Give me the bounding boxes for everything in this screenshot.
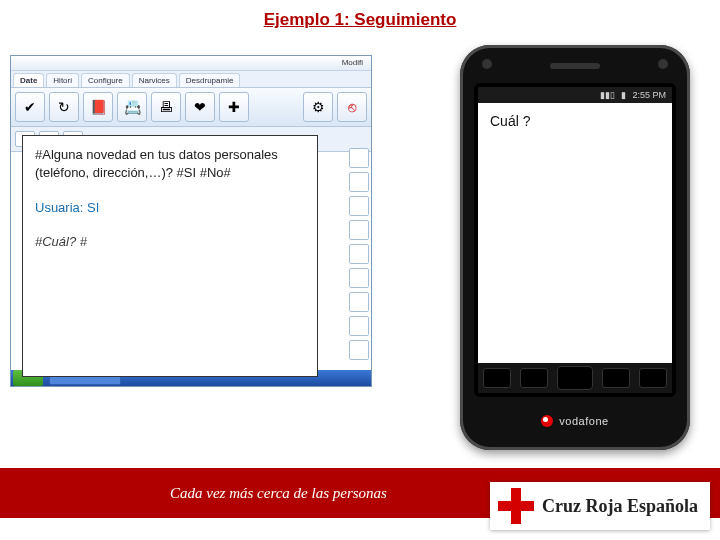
dialog-followup: #Cuál? # xyxy=(35,233,305,251)
carrier-label: vodafone xyxy=(559,415,608,427)
app-menubar: Modifi xyxy=(11,56,371,71)
search-button[interactable] xyxy=(602,368,630,388)
menu-button[interactable] xyxy=(520,368,548,388)
app-tabs: Date Hitori Configure Narvices Desdrupam… xyxy=(11,71,371,88)
app-header-label: Modifi xyxy=(342,58,363,67)
book-icon[interactable]: 📕 xyxy=(83,92,113,122)
dialog-user-response: Usuaria: SI xyxy=(35,199,305,217)
status-time: 2:55 PM xyxy=(632,90,666,100)
print-icon[interactable]: 🖶 xyxy=(151,92,181,122)
side-button[interactable] xyxy=(349,340,369,360)
red-cross-icon xyxy=(498,488,534,524)
battery-icon: ▮ xyxy=(621,90,626,100)
side-button[interactable] xyxy=(349,244,369,264)
slide-title: Ejemplo 1: Seguimiento xyxy=(0,0,720,30)
heart-icon[interactable]: ❤ xyxy=(185,92,215,122)
phone-screen-content: Cuál ? xyxy=(478,103,672,363)
tab-services[interactable]: Narvices xyxy=(132,73,177,87)
side-button[interactable] xyxy=(349,316,369,336)
tab-groups[interactable]: Desdrupamie xyxy=(179,73,241,87)
medical-icon[interactable]: ✚ xyxy=(219,92,249,122)
app-side-toolbar xyxy=(349,148,369,360)
brand-name: Cruz Roja Española xyxy=(542,496,698,517)
phone-sensor-icon xyxy=(658,59,668,69)
card-icon[interactable]: 📇 xyxy=(117,92,147,122)
side-button[interactable] xyxy=(349,292,369,312)
tab-configure[interactable]: Configure xyxy=(81,73,130,87)
phone-message: Cuál ? xyxy=(478,103,672,139)
check-icon[interactable]: ✔ xyxy=(15,92,45,122)
signal-icon: ▮▮▯ xyxy=(600,90,615,100)
phone-carrier: vodafone xyxy=(460,397,690,445)
phone-speaker-icon xyxy=(550,63,600,69)
phone-device: ▮▮▯ ▮ 2:55 PM Cuál ? vodafone xyxy=(460,45,690,450)
exit-icon[interactable]: ⎋ xyxy=(337,92,367,122)
dialog-question: #Alguna novedad en tus datos personales … xyxy=(35,146,305,181)
side-button[interactable] xyxy=(349,268,369,288)
home-button[interactable] xyxy=(557,366,593,390)
tab-history[interactable]: Hitori xyxy=(46,73,79,87)
vodafone-icon xyxy=(541,415,553,427)
footer-slogan: Cada vez más cerca de las personas xyxy=(170,485,387,502)
gear-icon[interactable]: ⚙ xyxy=(303,92,333,122)
tab-date[interactable]: Date xyxy=(13,73,44,87)
refresh-icon[interactable]: ↻ xyxy=(49,92,79,122)
script-dialog: #Alguna novedad en tus datos personales … xyxy=(22,135,318,377)
side-button[interactable] xyxy=(349,148,369,168)
phone-statusbar: ▮▮▯ ▮ 2:55 PM xyxy=(478,87,672,103)
app-toolbar: ✔ ↻ 📕 📇 🖶 ❤ ✚ ⚙ ⎋ xyxy=(11,88,371,127)
phone-softkeys xyxy=(478,363,672,393)
phone-sensor-icon xyxy=(482,59,492,69)
side-button[interactable] xyxy=(349,196,369,216)
phone-top xyxy=(460,45,690,83)
side-button[interactable] xyxy=(349,220,369,240)
options-button[interactable] xyxy=(639,368,667,388)
back-button[interactable] xyxy=(483,368,511,388)
phone-screen: ▮▮▯ ▮ 2:55 PM Cuál ? xyxy=(474,83,676,397)
brand-box: Cruz Roja Española xyxy=(490,482,710,530)
side-button[interactable] xyxy=(349,172,369,192)
